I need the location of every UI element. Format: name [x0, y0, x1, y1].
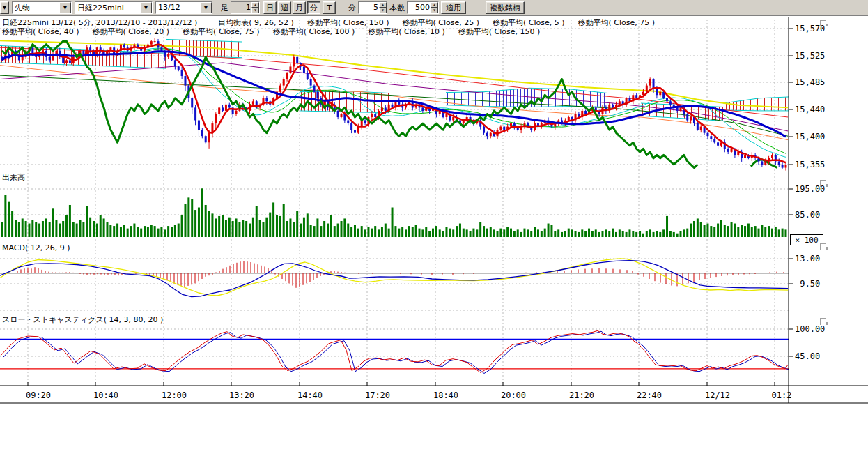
chart-area[interactable] [0, 0, 868, 456]
macd-panel [0, 259, 789, 297]
main-price-panel [0, 38, 789, 171]
volume-multiplier-badge: × 100 [790, 234, 823, 245]
gridlines [0, 20, 789, 386]
trading-chart-window: ▼ 先物 ▼ 日経225mini ▼ 13/12 ▼ 足 1 ▲▼ 日 [0, 0, 868, 456]
volume-panel-label: 出来高 [2, 172, 25, 183]
stochastics-panel [0, 330, 791, 373]
volume-series [1, 188, 787, 237]
macd-panel-label: MACD( 12, 26, 9 ) [2, 243, 70, 252]
indicator-header-row2: 移動平均( Close, 40 )移動平均( Close, 20 )移動平均( … [2, 26, 553, 37]
axes [0, 17, 868, 403]
stochastics-panel-label: スロー・ストキャスティクス( 14, 3, 80, 20 ) [2, 314, 163, 325]
